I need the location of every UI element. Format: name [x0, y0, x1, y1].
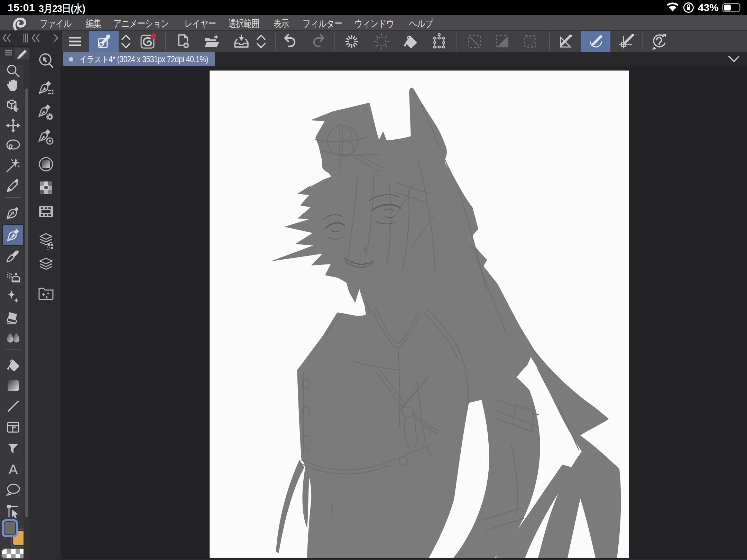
tool-palette-scrollbar[interactable] [25, 88, 28, 517]
ruler-pen-icon [557, 32, 575, 50]
selection-border-button[interactable] [520, 31, 541, 52]
artwork-lineart-silhouette [210, 71, 629, 558]
menu-window[interactable]: ウィンドウ [354, 17, 394, 31]
snap-grid-button[interactable] [617, 31, 637, 52]
tool-selection-pen[interactable] [3, 438, 23, 458]
panel-color-set[interactable] [37, 179, 55, 197]
document-tab[interactable]: イラスト4* (3024 x 3531px 72dpi 40.1%) [63, 52, 215, 66]
tool-pen[interactable] [3, 203, 23, 223]
battery-percent: 43% [698, 2, 719, 13]
tool-blend[interactable] [3, 328, 23, 348]
fill-button[interactable] [400, 31, 421, 52]
menu-animation[interactable]: アニメーション [113, 17, 169, 31]
magnifier-arrow-icon [37, 52, 55, 69]
panel-tool-property[interactable] [37, 104, 55, 122]
panel-quick-access[interactable] [37, 52, 55, 69]
deselect-button[interactable] [371, 31, 392, 52]
tool-updown-button[interactable] [116, 31, 136, 52]
invert-selection-button[interactable] [492, 31, 513, 52]
grid-pen-icon [618, 32, 636, 50]
lasso-icon [5, 138, 21, 153]
new-canvas-button[interactable] [173, 31, 194, 52]
clip-studio-button[interactable] [137, 31, 158, 52]
redo-arrow-icon [309, 32, 327, 50]
panel-timeline[interactable] [37, 203, 55, 221]
tool-decoration[interactable] [3, 287, 23, 307]
sparkles-icon [5, 289, 21, 305]
menu-help[interactable]: ヘルプ [409, 17, 433, 31]
tool-brush[interactable] [3, 246, 23, 266]
tool-line-correct[interactable] [3, 501, 23, 521]
half-fill-square-icon [494, 32, 511, 50]
panel-material[interactable] [37, 284, 55, 302]
tool-lasso[interactable] [3, 136, 23, 156]
main-color-swatch[interactable] [2, 519, 18, 537]
blend-drops-icon [5, 330, 21, 346]
gradient-square-icon [5, 378, 21, 394]
save-tray-icon [232, 32, 250, 50]
canvas[interactable] [210, 71, 629, 558]
line-correct-icon [5, 503, 21, 519]
pen-target-icon [37, 129, 55, 146]
select-rays-icon [372, 32, 390, 50]
menu-view[interactable]: 表示 [273, 17, 289, 31]
tool-marker[interactable] [3, 225, 23, 245]
tool-gradient[interactable] [3, 376, 23, 396]
tool-balloon[interactable] [3, 480, 23, 500]
magic-wand-icon [5, 158, 21, 174]
tool-operate[interactable] [3, 95, 23, 115]
snap-ruler-button[interactable] [556, 31, 577, 52]
tool-hand[interactable] [3, 75, 23, 95]
menu-layer[interactable]: レイヤー [184, 17, 216, 31]
save-updown-button[interactable] [251, 31, 271, 52]
tool-figure[interactable] [3, 396, 23, 416]
chevron-updown-icon [253, 33, 269, 50]
collapse-left-icon[interactable] [2, 34, 11, 43]
wifi-icon [666, 2, 679, 13]
undo-button[interactable] [280, 31, 301, 52]
toolbar-separator [642, 32, 643, 50]
cube-cursor-icon [5, 97, 21, 114]
divider-handle-icon[interactable] [23, 33, 28, 43]
tool-text[interactable]: A [3, 459, 23, 479]
panel-layer-property[interactable] [37, 232, 55, 250]
tool-divider [5, 349, 21, 350]
tool-eraser[interactable] [3, 307, 23, 327]
pen-gear-icon [37, 104, 55, 122]
clip-studio-swirl-icon [139, 32, 157, 50]
clear-selection-button[interactable] [464, 31, 485, 52]
tab-list-chevron-icon[interactable] [727, 55, 741, 64]
hamburger-icon[interactable] [5, 50, 12, 56]
transform-button[interactable] [429, 31, 450, 52]
tool-move[interactable] [3, 115, 23, 136]
film-strip-icon [37, 203, 55, 220]
panel-sub-tool[interactable] [37, 80, 55, 98]
collapse-panel-icon[interactable] [31, 34, 40, 43]
menu-selection[interactable]: 選択範囲 [228, 17, 259, 31]
edit-pencil-tile[interactable] [15, 48, 29, 59]
main-menu-button[interactable] [65, 31, 85, 52]
tool-fill[interactable] [3, 355, 23, 375]
menu-edit[interactable]: 編集 [86, 17, 101, 31]
switch-tool-button[interactable] [89, 31, 119, 52]
snap-special-ruler-button[interactable] [581, 31, 610, 52]
expand-panel-icon[interactable] [52, 34, 60, 43]
ink-brush-icon [5, 248, 21, 264]
speech-balloon-icon [5, 482, 21, 498]
open-file-button[interactable] [201, 31, 222, 52]
save-button[interactable] [231, 31, 252, 52]
help-button[interactable] [649, 31, 670, 52]
status-bar: 15:01 3月23日(水) 43% [0, 0, 747, 15]
menu-file[interactable]: ファイル [40, 17, 72, 31]
menu-filter[interactable]: フィルター [303, 17, 342, 31]
text-tool-glyph: A [9, 462, 18, 477]
panel-brush-size[interactable] [37, 128, 55, 146]
tool-auto-select[interactable] [3, 156, 23, 176]
layers-dots-icon [37, 232, 55, 250]
panel-layers[interactable] [37, 256, 55, 274]
redo-button[interactable] [308, 31, 329, 52]
tool-eyedropper[interactable] [3, 176, 23, 196]
tool-airbrush[interactable] [3, 267, 23, 287]
tool-frame-border[interactable] [3, 417, 23, 437]
panel-color-wheel[interactable] [37, 155, 55, 173]
